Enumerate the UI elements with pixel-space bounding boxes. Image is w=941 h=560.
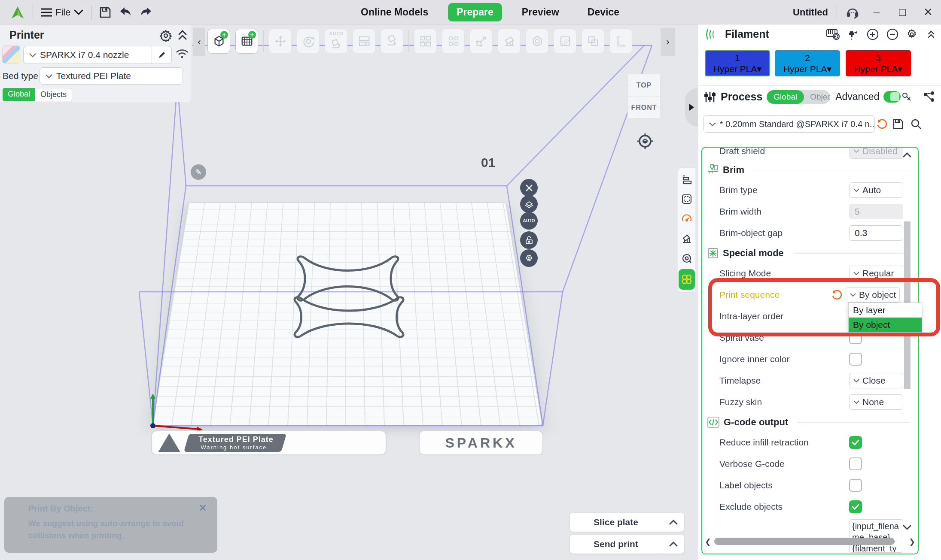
- printer-tab-objects[interactable]: Objects: [35, 88, 72, 101]
- bed-type-select[interactable]: Textured PEI Plate: [40, 67, 183, 85]
- expand-toolbar-right-handle[interactable]: ›: [661, 28, 675, 56]
- wifi-connection-icon[interactable]: [175, 48, 189, 60]
- scroll-down-icon[interactable]: [902, 524, 912, 530]
- filament-slot-2[interactable]: 2 Hyper PLA▾: [775, 50, 840, 76]
- minimize-button[interactable]: –: [868, 6, 885, 19]
- collapse-filament-icon[interactable]: [927, 30, 935, 39]
- exclude-objects-checkbox[interactable]: [849, 500, 862, 513]
- reset-preset-icon[interactable]: [876, 118, 887, 130]
- timelapse-dropdown[interactable]: Close: [849, 373, 903, 388]
- add-filament-icon[interactable]: [866, 28, 879, 41]
- split-to-parts-button: [442, 29, 465, 54]
- label-objects-checkbox[interactable]: [849, 479, 862, 492]
- category-others-icon[interactable]: [679, 249, 694, 267]
- filament-slot-3[interactable]: 3 Hyper PLA▾: [846, 50, 911, 76]
- close-button[interactable]: ✕: [920, 6, 937, 19]
- tab-online-models[interactable]: Online Models: [352, 3, 437, 21]
- tab-preview[interactable]: Preview: [513, 3, 568, 21]
- seam-painting-button: [554, 29, 576, 54]
- draft-shield-dropdown[interactable]: Disabled: [849, 147, 903, 159]
- printer-preset-select[interactable]: SPARKX i7 0.4 nozzle: [23, 46, 172, 64]
- filament-slot-1[interactable]: 1 Hyper PLA▾: [705, 50, 770, 76]
- send-print-button[interactable]: Send print: [570, 535, 684, 554]
- file-menu[interactable]: File: [41, 7, 83, 18]
- edit-printer-icon[interactable]: [152, 46, 171, 64]
- category-quality-icon[interactable]: [679, 170, 694, 188]
- orbit-target-icon[interactable]: [636, 133, 654, 150]
- filament-spool-icon: [704, 28, 719, 41]
- rotate-tool-button: [297, 29, 320, 54]
- print-sequence-dropdown[interactable]: By object: [846, 287, 900, 303]
- category-speed-icon[interactable]: [679, 210, 694, 228]
- category-support-icon[interactable]: [679, 230, 694, 248]
- measure-tool-button: [609, 29, 632, 54]
- brim-width-input[interactable]: 5: [849, 204, 903, 219]
- popup-option-by-object[interactable]: By object: [849, 318, 922, 332]
- add-plate-button[interactable]: +: [235, 29, 258, 54]
- auto-orient-plate-button[interactable]: AUTO: [520, 212, 538, 230]
- maximize-button[interactable]: □: [894, 6, 911, 19]
- send-options-chevron-icon[interactable]: [662, 535, 684, 554]
- save-button[interactable]: [99, 6, 111, 18]
- view-cube[interactable]: TOP FRONT: [627, 74, 661, 118]
- verbose-gcode-checkbox[interactable]: [849, 457, 862, 470]
- category-plate-icon[interactable]: [679, 190, 694, 208]
- lay-on-face-button: [381, 29, 403, 54]
- save-preset-icon[interactable]: [892, 118, 904, 130]
- process-tab-objects[interactable]: Objects: [804, 90, 830, 104]
- slice-options-chevron-icon[interactable]: [662, 513, 684, 532]
- build-plate[interactable]: [151, 202, 543, 426]
- notification-close-icon[interactable]: ✕: [198, 502, 207, 514]
- undo-button[interactable]: [119, 7, 132, 18]
- reduce-infill-retraction-checkbox[interactable]: [849, 436, 862, 449]
- panel-expand-handle[interactable]: [685, 88, 698, 127]
- brim-type-dropdown[interactable]: Auto: [849, 182, 903, 198]
- spiral-vase-checkbox[interactable]: [849, 331, 862, 344]
- search-settings-icon[interactable]: [911, 118, 922, 130]
- param-row-ignore-inner-color: Ignore inner color: [702, 348, 918, 370]
- printer-settings-gear-icon[interactable]: [160, 30, 172, 42]
- compare-presets-icon[interactable]: [923, 91, 935, 103]
- scroll-left-icon[interactable]: ❮: [705, 537, 711, 547]
- filename-format-input[interactable]: {input_filename_base}_{filament_typ: [849, 519, 903, 553]
- slice-plate-button[interactable]: Slice plate: [570, 513, 684, 532]
- popup-option-by-layer[interactable]: By layer: [849, 303, 922, 318]
- tab-device[interactable]: Device: [579, 3, 628, 21]
- redo-button[interactable]: [140, 7, 152, 18]
- ams-sync-icon[interactable]: [826, 28, 841, 41]
- view-cube-front-face[interactable]: FRONT: [627, 104, 661, 112]
- filament-settings-gear-icon[interactable]: [906, 28, 918, 40]
- printer-panel-title: Printer: [9, 29, 44, 41]
- plate-number-label: 01: [481, 155, 495, 170]
- application-window: File Online Models Prepare Preview Devic…: [0, 0, 941, 560]
- view-cube-top-face[interactable]: TOP: [627, 82, 661, 89]
- ignore-inner-color-checkbox[interactable]: [849, 353, 862, 366]
- add-model-button[interactable]: +: [207, 29, 230, 54]
- slicing-mode-dropdown[interactable]: Regular: [849, 266, 903, 281]
- advanced-toggle[interactable]: [883, 91, 901, 103]
- horizontal-scrollbar[interactable]: [714, 538, 895, 545]
- printer-tab-global[interactable]: Global: [3, 88, 35, 101]
- flush-filament-icon[interactable]: [847, 28, 859, 40]
- arrange-plate-button[interactable]: [520, 195, 538, 213]
- filament-title: Filament: [725, 28, 769, 40]
- brim-object-gap-input[interactable]: 0.3: [849, 225, 903, 241]
- edit-plate-name-icon[interactable]: ✎: [191, 164, 206, 180]
- scroll-up-icon[interactable]: [902, 152, 912, 158]
- remove-filament-icon[interactable]: [886, 28, 899, 41]
- tab-prepare[interactable]: Prepare: [448, 3, 502, 21]
- delete-plate-button[interactable]: [520, 179, 538, 197]
- fuzzy-skin-dropdown[interactable]: None: [849, 394, 903, 410]
- scroll-right-icon[interactable]: ❯: [909, 537, 915, 547]
- collapse-panel-icon[interactable]: [178, 30, 187, 41]
- reset-print-sequence-icon[interactable]: [831, 289, 842, 300]
- category-multimaterial-icon[interactable]: [679, 269, 695, 290]
- process-preset-select[interactable]: * 0.20mm Standard @SPARKX i7 0.4 n...: [703, 115, 875, 133]
- viewport-3d[interactable]: ✎ 01 Textured PEI Plate Warning hot surf…: [0, 24, 698, 560]
- plate-settings-button[interactable]: [520, 249, 538, 267]
- lock-plate-button[interactable]: [520, 231, 538, 249]
- collapse-toolbar-left-handle[interactable]: ‹: [193, 28, 205, 56]
- support-headset-icon[interactable]: [846, 6, 859, 19]
- process-tab-global[interactable]: Global: [767, 90, 804, 104]
- parameter-table-icon[interactable]: [901, 91, 913, 103]
